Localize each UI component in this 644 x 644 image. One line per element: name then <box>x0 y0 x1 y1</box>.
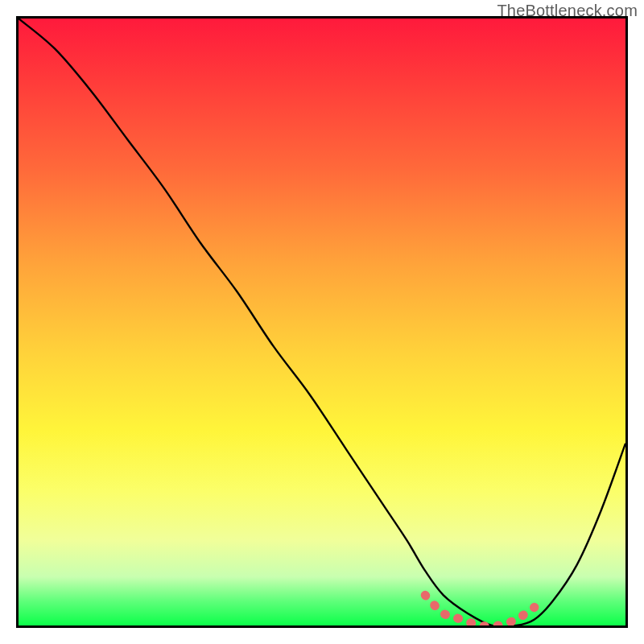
main-curve <box>19 19 625 625</box>
plot-area <box>16 16 628 628</box>
chart-svg <box>19 19 625 625</box>
chart-container: TheBottleneck.com <box>0 0 644 644</box>
watermark-text: TheBottleneck.com <box>497 2 638 20</box>
